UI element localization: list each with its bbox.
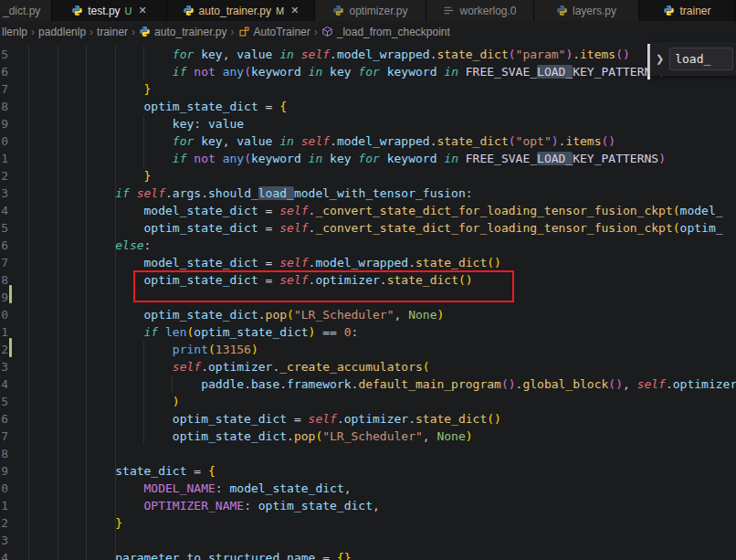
git-status-badge: U xyxy=(125,5,132,16)
breadcrumb-label: auto_trainer.py xyxy=(154,26,226,38)
tab-label: layers.py xyxy=(573,5,616,17)
code-line-6[interactable]: for key, value in self.model_wrapped.sta… xyxy=(1,132,736,150)
code-line-10[interactable]: model_state_dict = self._convert_state_d… xyxy=(1,202,736,219)
tab-label: optimizer.py xyxy=(349,5,407,17)
breadcrumb-label: AutoTrainer xyxy=(254,26,310,38)
code-line-13[interactable]: model_state_dict = self.model_wrapped.st… xyxy=(1,254,736,271)
code-line-8[interactable]: } xyxy=(1,167,736,185)
code-line-27[interactable]: OPTIMIZER_NAME: optim_state_dict, xyxy=(1,497,736,514)
tab-test.py[interactable]: test.pyU✕ xyxy=(52,0,167,21)
python-icon xyxy=(663,5,675,16)
code-line-22[interactable]: optim_state_dict = self.optimizer.state_… xyxy=(1,410,736,428)
python-icon xyxy=(183,5,195,16)
code-line-23[interactable]: optim_state_dict.pop("LR_Scheduler", Non… xyxy=(1,428,736,445)
code-line-21[interactable]: ) xyxy=(1,393,736,410)
close-icon[interactable]: ✕ xyxy=(139,5,147,16)
tab-bar: _dict.pytest.pyU✕auto_trainer.pyM✕optimi… xyxy=(0,0,736,21)
tab-workerlog.0[interactable]: workerlog.0 xyxy=(426,0,534,21)
tab-label: workerlog.0 xyxy=(459,5,516,17)
code-line-9[interactable]: if self.args.should_load_model_with_tens… xyxy=(1,185,736,202)
tab-_dict.py[interactable]: _dict.py xyxy=(0,0,52,21)
code-line-2[interactable]: if not any(keyword in key for keyword in… xyxy=(1,63,736,80)
tab-label: auto_trainer.py xyxy=(199,5,271,17)
tab-label: trainer xyxy=(679,5,710,17)
close-icon[interactable]: ✕ xyxy=(290,5,299,16)
code-line-16[interactable]: optim_state_dict.pop("LR_Scheduler", Non… xyxy=(1,306,736,323)
breadcrumb-item-auto_trainer.py[interactable]: auto_trainer.py xyxy=(139,26,226,38)
code-line-19[interactable]: self.optimizer._create_accumulators( xyxy=(1,358,736,375)
breadcrumb-separator-icon: › xyxy=(89,26,93,38)
method-icon xyxy=(321,26,333,37)
breadcrumb-item-trainer[interactable]: trainer xyxy=(97,26,128,38)
code-line-5[interactable]: key: value xyxy=(1,115,736,132)
breadcrumb-item-_load_from_checkpoint[interactable]: _load_from_checkpoint xyxy=(321,26,450,38)
code-line-11[interactable]: optim_state_dict = self._convert_state_d… xyxy=(1,219,736,237)
chevron-right-icon[interactable]: ❯ xyxy=(656,53,664,65)
code-line-17[interactable]: if len(optim_state_dict) == 0: xyxy=(1,323,736,341)
tab-label: test.py xyxy=(88,5,120,17)
breadcrumb-separator-icon: › xyxy=(314,26,318,38)
python-icon xyxy=(139,26,151,37)
code-line-18[interactable]: print(13156) xyxy=(1,341,736,358)
code-line-29[interactable] xyxy=(1,532,736,549)
breadcrumb-separator-icon: › xyxy=(131,26,135,38)
code-line-3[interactable]: } xyxy=(1,80,736,98)
breadcrumb-label: llenlp xyxy=(2,26,27,38)
class-icon xyxy=(238,26,250,37)
find-input[interactable] xyxy=(669,48,733,70)
tab-auto_trainer.py[interactable]: auto_trainer.pyM✕ xyxy=(167,0,315,21)
breadcrumb: llenlp›paddlenlp›trainer›auto_trainer.py… xyxy=(0,21,736,42)
git-status-badge: M xyxy=(276,5,284,16)
breadcrumb-separator-icon: › xyxy=(31,26,35,38)
code-line-1[interactable]: for key, value in self.model_wrapped.sta… xyxy=(1,46,736,63)
code-line-30[interactable]: parameter_to_structured_name = {} xyxy=(1,549,736,560)
python-icon xyxy=(71,5,83,16)
code-line-12[interactable]: else: xyxy=(1,237,736,254)
code-line-20[interactable]: paddle.base.framework.default_main_progr… xyxy=(1,375,736,393)
find-widget: ❯ xyxy=(650,42,736,76)
code-line-26[interactable]: MODEL_NAME: model_state_dict, xyxy=(1,480,736,497)
breadcrumb-item-AutoTrainer[interactable]: AutoTrainer xyxy=(238,26,310,38)
breadcrumb-label: trainer xyxy=(97,26,128,38)
breadcrumb-label: _load_from_checkpoint xyxy=(337,26,450,38)
tab-trainer[interactable]: trainer xyxy=(639,0,736,21)
breadcrumb-item-llenlp[interactable]: llenlp xyxy=(2,26,27,38)
tab-layers.py[interactable]: layers.py xyxy=(534,0,639,21)
code-line-4[interactable]: optim_state_dict = { xyxy=(1,98,736,115)
annotation-red-box xyxy=(133,270,514,302)
list-icon xyxy=(443,5,455,16)
code-line-25[interactable]: state_dict = { xyxy=(1,462,736,480)
breadcrumb-item-paddlenlp[interactable]: paddlenlp xyxy=(38,26,86,38)
python-icon xyxy=(556,5,568,16)
vscode-editor-window: _dict.pytest.pyU✕auto_trainer.pyM✕optimi… xyxy=(0,0,736,560)
code-line-7[interactable]: if not any(keyword in key for keyword in… xyxy=(1,150,736,167)
tab-optimizer.py[interactable]: optimizer.py xyxy=(315,0,426,21)
breadcrumb-label: paddlenlp xyxy=(38,26,86,38)
code-line-24[interactable] xyxy=(1,445,736,462)
breadcrumb-separator-icon: › xyxy=(231,26,235,38)
code-line-28[interactable]: } xyxy=(1,514,736,532)
tab-label: _dict.py xyxy=(3,5,40,17)
python-icon xyxy=(332,5,344,16)
